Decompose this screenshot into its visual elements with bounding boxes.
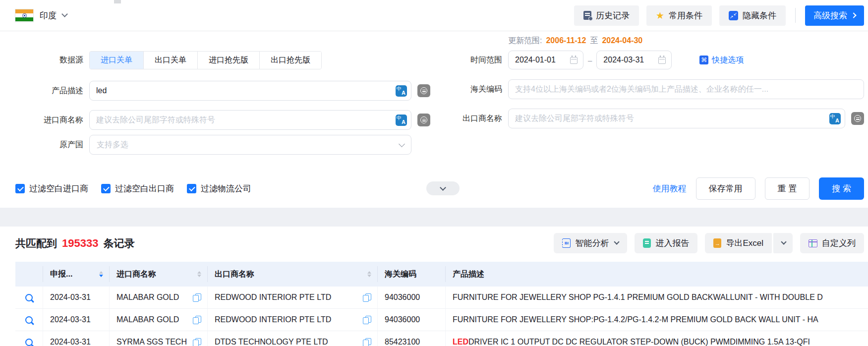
time-range-row: 时间范围 2024-01-01 – 2024-03-31 快捷选项 [449, 50, 864, 70]
update-range-from: 2006-11-12 [546, 36, 586, 45]
header-exporter: 出口商名称 [208, 266, 378, 282]
cell-hs-code: 94036000 [385, 315, 420, 324]
form-footer: 过滤空白进口商 过滤空白出口商 过滤物流公司 使用教程 保存常用 重 置 搜 索 [0, 177, 864, 200]
export-options-button[interactable] [773, 233, 793, 253]
view-detail-icon[interactable] [25, 339, 33, 346]
table-row: 2024-03-31 MALABAR GOLD REDWOOD INTERIOR… [15, 309, 868, 331]
results-count: 共匹配到 195333 条记录 [15, 236, 134, 250]
checkbox-checked-icon [187, 184, 196, 193]
start-date-input[interactable]: 2024-01-01 [508, 51, 583, 69]
match-mode-icon[interactable] [417, 114, 430, 126]
origin-country-row: 原产国 支持多选 [0, 135, 449, 155]
tab-import-declaration[interactable]: 进口关单 [90, 52, 143, 69]
cell-hs-code: 94036000 [385, 293, 420, 302]
translate-icon[interactable]: 中A [829, 113, 841, 124]
end-date-input[interactable]: 2024-03-31 [596, 51, 672, 69]
collapse-icon: ↙↗ [729, 11, 738, 20]
importer-row: 进口商名称 中A [0, 110, 449, 130]
product-desc-input[interactable] [89, 81, 411, 101]
copy-icon[interactable] [193, 316, 201, 324]
data-source-row: 数据源 进口关单 出口关单 进口抢先版 出口抢先版 [0, 50, 449, 70]
copy-icon[interactable] [363, 293, 371, 302]
enter-report-button[interactable]: 进入报告 [635, 233, 697, 253]
favorite-conditions-button[interactable]: ★ 常用条件 [646, 5, 712, 26]
exporter-label: 出口商名称 [449, 114, 508, 124]
translate-icon[interactable]: 中A [396, 85, 407, 97]
sort-control[interactable] [99, 271, 103, 278]
view-detail-icon[interactable] [25, 316, 33, 324]
view-detail-icon[interactable] [25, 294, 33, 301]
filter-logistics-checkbox[interactable]: 过滤物流公司 [187, 183, 251, 194]
header-declare-date: 申报... [43, 266, 110, 282]
search-button[interactable]: 搜 索 [819, 177, 864, 200]
exporter-input[interactable] [508, 109, 845, 128]
collapse-form-button[interactable] [426, 181, 460, 195]
product-desc-label: 产品描述 [0, 86, 89, 96]
copy-icon[interactable] [193, 293, 201, 302]
chevron-down-icon [61, 11, 68, 17]
copy-icon[interactable] [363, 338, 371, 346]
cell-exporter: DTDS TECHNOLOGY PTE LTD [215, 338, 328, 346]
hs-code-input[interactable] [508, 79, 864, 99]
translate-icon[interactable]: 中A [396, 115, 407, 126]
header-hs-code: 海关编码 [378, 266, 446, 282]
table-row: 2024-03-31 MALABAR GOLD REDWOOD INTERIOR… [15, 287, 868, 309]
advanced-search-button[interactable]: 高级搜索 [805, 5, 864, 26]
cell-importer: SYRMA SGS TECH [116, 338, 187, 346]
sort-control[interactable] [367, 271, 371, 278]
product-desc-row: 产品描述 中A [0, 81, 449, 101]
tutorial-link[interactable]: 使用教程 [653, 183, 687, 194]
tab-export-preview[interactable]: 出口抢先版 [259, 52, 321, 69]
update-range-to: 2024-04-30 [602, 36, 642, 45]
results-header: 共匹配到 195333 条记录 智能分析 进入报告 导出Excel [0, 227, 868, 253]
columns-icon [809, 239, 817, 247]
search-form: 数据源 进口关单 出口关单 进口抢先版 出口抢先版 产品描述 中A [0, 31, 868, 200]
history-icon [583, 11, 591, 20]
importer-input[interactable] [89, 110, 411, 130]
checkbox-checked-icon [101, 184, 111, 193]
reset-button[interactable]: 重 置 [765, 177, 810, 200]
copy-icon[interactable] [193, 338, 201, 346]
tab-export-declaration[interactable]: 出口关单 [143, 52, 197, 69]
smart-analysis-button[interactable]: 智能分析 [554, 233, 627, 253]
date-range-dash: – [588, 56, 592, 64]
form-left-column: 数据源 进口关单 出口关单 进口抢先版 出口抢先版 产品描述 中A [0, 35, 449, 164]
table-row: 2024-03-31 SYRMA SGS TECH DTDS TECHNOLOG… [15, 331, 868, 346]
section-divider [0, 208, 868, 227]
history-button[interactable]: 历史记录 [574, 5, 639, 26]
custom-columns-button[interactable]: 自定义列 [800, 233, 864, 253]
origin-country-select[interactable]: 支持多选 [89, 135, 411, 155]
header-importer: 进口商名称 [110, 266, 208, 282]
match-mode-icon[interactable] [851, 112, 864, 125]
country-name: 印度 [40, 10, 57, 21]
save-favorite-button[interactable]: 保存常用 [696, 177, 755, 200]
hide-conditions-button[interactable]: ↙↗ 隐藏条件 [719, 5, 786, 26]
cell-importer: MALABAR GOLD [116, 293, 179, 302]
match-mode-icon[interactable] [417, 84, 430, 97]
form-actions: 使用教程 保存常用 重 置 搜 索 [653, 177, 864, 200]
update-range: 更新范围: 2006-11-12 至 2024-04-30 [508, 35, 864, 46]
results-section: 共匹配到 195333 条记录 智能分析 进入报告 导出Excel [0, 227, 868, 346]
country-selector[interactable]: 印度 [15, 9, 67, 22]
chevron-down-icon [440, 184, 446, 191]
sort-control[interactable] [197, 271, 201, 278]
quick-options-link[interactable]: 快捷选项 [699, 55, 744, 65]
cell-product-desc: FURNITURE FOR JEWELLERY SHOP:PG-1.4.2/PG… [446, 309, 868, 331]
export-excel-button[interactable]: 导出Excel [705, 233, 772, 253]
filter-blank-exporter-checkbox[interactable]: 过滤空白出口商 [101, 183, 174, 194]
chevron-right-icon [851, 12, 856, 18]
tab-import-preview[interactable]: 进口抢先版 [197, 52, 259, 69]
cell-exporter: REDWOOD INTERIOR PTE LTD [215, 293, 331, 302]
filter-blank-importer-checkbox[interactable]: 过滤空白进口商 [15, 183, 88, 194]
topbar: 印度 历史记录 ★ 常用条件 ↙↗ 隐藏条件 高级搜索 [0, 0, 868, 31]
cell-date: 2024-03-31 [50, 338, 91, 346]
bi-analysis-icon [562, 238, 571, 248]
cell-date: 2024-03-31 [50, 315, 91, 324]
shortcut-icon [699, 56, 708, 64]
table-header: 申报... 进口商名称 出口商名称 海关编码 产品描述 [15, 262, 868, 287]
star-icon: ★ [656, 11, 664, 20]
origin-country-label: 原产国 [0, 140, 89, 150]
export-icon [713, 238, 721, 248]
india-flag-icon [15, 9, 34, 22]
copy-icon[interactable] [363, 316, 371, 324]
